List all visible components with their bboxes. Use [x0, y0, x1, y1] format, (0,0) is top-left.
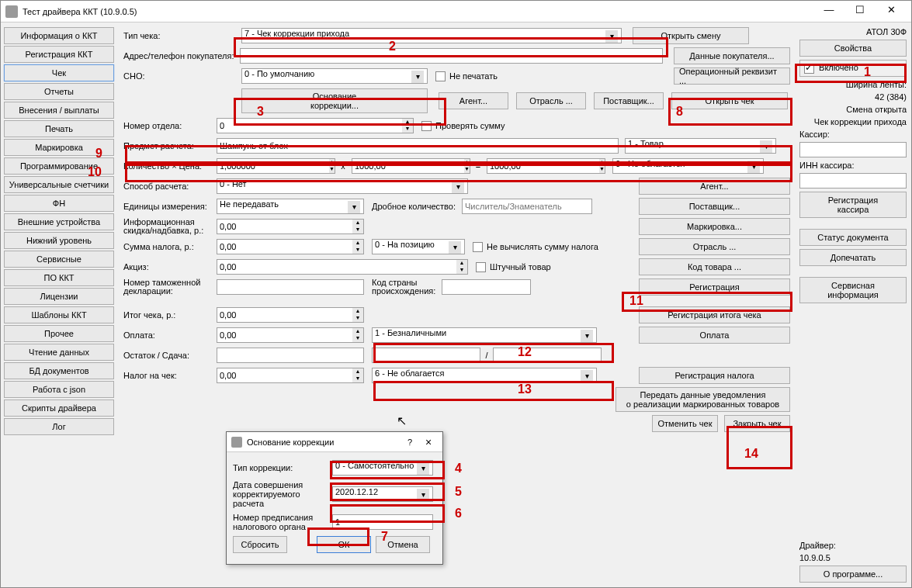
- close-check-button[interactable]: Закрыть чек: [724, 415, 790, 432]
- register-button[interactable]: Регистрация: [639, 278, 790, 296]
- subject-type-select[interactable]: 1 - Товар: [625, 138, 776, 154]
- send-marking-button[interactable]: Передать данные уведомления о реализации…: [616, 387, 790, 412]
- payment-input[interactable]: [217, 327, 352, 343]
- tax-sum-type-select[interactable]: 0 - На позицию: [372, 239, 465, 254]
- correction-basis-button[interactable]: Основание коррекции...: [241, 88, 428, 113]
- maximize-button[interactable]: ☐: [844, 4, 876, 19]
- fractional-input[interactable]: [462, 199, 592, 214]
- dialog-type-select[interactable]: 0 - Самостоятельно: [332, 460, 433, 476]
- tax-select[interactable]: 6 - Не облагается: [612, 158, 764, 174]
- sidebar-item[interactable]: Работа с json: [4, 381, 114, 398]
- sidebar-item[interactable]: Лог: [4, 418, 114, 435]
- excise-input[interactable]: [217, 259, 456, 275]
- label-total: Итог чека, р.:: [123, 310, 215, 320]
- dialog-order-input[interactable]: [332, 514, 433, 530]
- tax-sum-input[interactable]: [217, 239, 352, 254]
- sidebar-item[interactable]: Отчеты: [4, 83, 114, 100]
- discount-input[interactable]: [217, 219, 352, 234]
- driver-version: 10.9.0.5: [799, 553, 907, 562]
- doc-status-button[interactable]: Статус документа: [799, 229, 907, 246]
- change-input-1[interactable]: [217, 348, 364, 363]
- sidebar-item[interactable]: Печать: [4, 120, 114, 137]
- tape-width-label: Ширина ленты:: [799, 80, 907, 89]
- sidebar-item[interactable]: Внесения / выплаты: [4, 102, 114, 119]
- cashier-inn-input[interactable]: [799, 173, 907, 189]
- agent-button[interactable]: Агент...: [439, 92, 508, 109]
- properties-button[interactable]: Свойства: [799, 40, 907, 57]
- qty-input[interactable]: [217, 158, 329, 174]
- dialog-reset-button[interactable]: Сбросить: [233, 536, 287, 553]
- label-cashier-inn: ИНН кассира:: [799, 161, 907, 170]
- tip-cheka-select[interactable]: 7 - Чек коррекции прихода: [241, 28, 622, 43]
- payment-type-select[interactable]: 1 - Безналичными: [372, 327, 597, 343]
- close-button[interactable]: ✕: [876, 4, 907, 19]
- sidebar-item[interactable]: Внешние устройства: [4, 213, 114, 230]
- sidebar-item[interactable]: Информация о ККТ: [4, 27, 114, 44]
- change-input-2[interactable]: [372, 348, 480, 363]
- sno-select[interactable]: 0 - По умолчанию: [241, 68, 428, 84]
- declaration-input[interactable]: [217, 279, 364, 295]
- register-tax-button[interactable]: Регистрация налога: [639, 367, 790, 384]
- open-shift-button[interactable]: Открыть смену: [633, 27, 749, 44]
- dont-calc-checkbox[interactable]: [473, 242, 483, 252]
- industry-button[interactable]: Отрасль ...: [516, 92, 586, 109]
- customer-data-button[interactable]: Данные покупателя...: [674, 47, 790, 64]
- sum-input[interactable]: [487, 158, 599, 174]
- sidebar-item[interactable]: БД документов: [4, 362, 114, 379]
- supplier-button-2[interactable]: Поставщик...: [639, 198, 790, 215]
- sidebar-item[interactable]: Скрипты драйвера: [4, 399, 114, 417]
- dialog-date-select[interactable]: 2020.12.12: [332, 486, 433, 502]
- check-tax-input[interactable]: [217, 368, 352, 383]
- about-button[interactable]: О программе...: [799, 566, 907, 583]
- dialog-close-button[interactable]: ×: [419, 436, 438, 448]
- product-code-button[interactable]: Код товара ...: [639, 258, 790, 275]
- sidebar-item[interactable]: ПО ККТ: [4, 269, 114, 286]
- sidebar-item[interactable]: Лицензии: [4, 288, 114, 305]
- cancel-check-button[interactable]: Отменить чек: [652, 415, 718, 432]
- spin-down[interactable]: ▼: [402, 126, 413, 133]
- payment-method-select[interactable]: 0 - Нет: [217, 178, 468, 194]
- price-input[interactable]: [352, 158, 464, 174]
- oper-rekv-button[interactable]: Операционный реквизит ...: [674, 67, 790, 85]
- change-input-3[interactable]: [493, 348, 602, 363]
- dont-print-checkbox[interactable]: [435, 71, 446, 81]
- label-change: Остаток / Сдача:: [123, 351, 215, 360]
- address-input[interactable]: [240, 48, 663, 64]
- dept-no-input[interactable]: [217, 118, 402, 133]
- sidebar-item[interactable]: Регистрация ККТ: [4, 46, 114, 63]
- dialog-date-label: Дата совершения корректируемого расчета: [233, 480, 332, 508]
- sidebar-item[interactable]: Чтение данных: [4, 344, 114, 361]
- minimize-button[interactable]: —: [813, 4, 844, 19]
- subject-input[interactable]: [217, 138, 619, 154]
- total-input[interactable]: [217, 307, 352, 323]
- country-input[interactable]: [442, 279, 531, 295]
- sidebar-item[interactable]: Шаблоны ККТ: [4, 306, 114, 323]
- industry-button-2[interactable]: Отрасль ...: [639, 238, 790, 255]
- check-tax-select[interactable]: 6 - Не облагается: [372, 368, 597, 383]
- sidebar-item[interactable]: Нижний уровень: [4, 232, 114, 249]
- supplier-button[interactable]: Поставщик...: [594, 92, 664, 109]
- dialog-ok-button[interactable]: ОК: [317, 536, 371, 553]
- sidebar-item[interactable]: Прочее: [4, 325, 114, 342]
- dialog-icon: [231, 437, 242, 448]
- enabled-checkbox[interactable]: [804, 64, 814, 74]
- register-total-button[interactable]: Регистрация итога чека: [639, 306, 790, 323]
- agent-button-2[interactable]: Агент...: [639, 178, 790, 195]
- cashier-input[interactable]: [799, 142, 907, 157]
- unit-select[interactable]: Не передавать: [217, 199, 364, 214]
- reprint-button[interactable]: Допечатать: [799, 249, 907, 266]
- sidebar-item[interactable]: Сервисные: [4, 251, 114, 268]
- payment-button[interactable]: Оплата: [639, 327, 790, 344]
- marking-button[interactable]: Маркировка...: [639, 218, 790, 235]
- tape-width-value: 42 (384): [799, 92, 907, 102]
- check-sum-label: Проверять сумму: [435, 121, 505, 130]
- spin-up[interactable]: ▲: [402, 119, 413, 126]
- dialog-help-button[interactable]: ?: [401, 438, 419, 447]
- open-check-button[interactable]: Открыть чек: [671, 92, 788, 109]
- sidebar-item-check[interactable]: Чек: [4, 64, 114, 81]
- piece-goods-checkbox[interactable]: [476, 262, 486, 272]
- check-sum-checkbox[interactable]: [421, 121, 432, 131]
- service-info-button[interactable]: Сервисная информация: [799, 277, 907, 303]
- register-cashier-button[interactable]: Регистрация кассира: [799, 192, 907, 218]
- sidebar-item[interactable]: ФН: [4, 195, 114, 212]
